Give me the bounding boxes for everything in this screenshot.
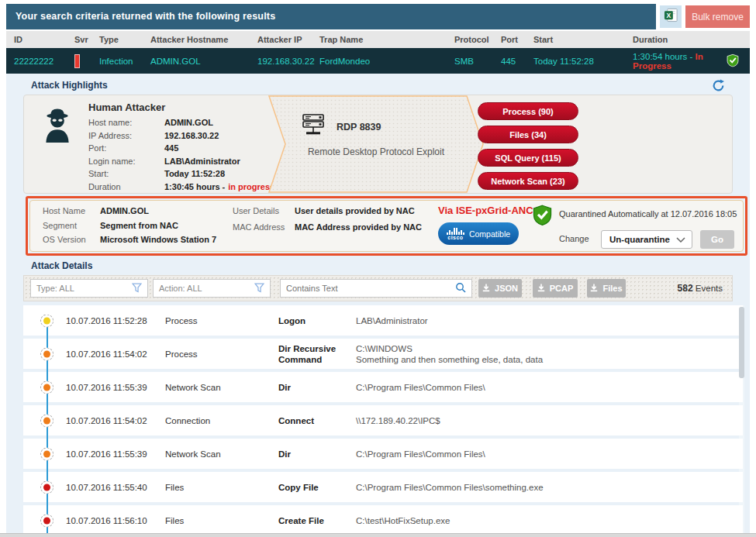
field-value: 445 [164,142,178,155]
results-header-title: Your search criteria returned with the f… [16,11,275,22]
column-header[interactable]: Svr [74,35,99,44]
filter-funnel-icon [132,283,142,294]
pcap-label: PCAP [550,284,574,293]
field-label: Host name: [88,116,164,129]
event-field: Dir C:\Program Files\Common Files\ [278,383,743,392]
event-field: Command Something and then something els… [278,355,743,364]
column-header[interactable]: Protocol [454,35,501,44]
refresh-icon[interactable] [712,79,725,92]
event-time: 10.07.2016 11:55:40 [66,483,165,492]
event-action: Copy File [278,483,356,492]
field-value: Today 11:52:28 [164,167,225,181]
download-json-button[interactable]: JSON [478,279,522,298]
events-scrollbar[interactable] [739,305,744,533]
field-label: User Details [233,206,295,215]
event-row[interactable]: 10.07.2016 11:56:10 Files Create File C:… [23,505,743,533]
nac-highlight-box: Host Name ADMIN.GOL Segment Segment from… [26,196,747,256]
cell-protocol: SMB [454,57,501,66]
cisco-compatible-badge: cisco Compatible [438,222,519,245]
download-pcap-button[interactable]: PCAP [533,279,578,298]
counter-pill[interactable]: Process (90) [478,102,578,120]
column-header[interactable]: Type [99,35,150,44]
event-value: C:\Program Files\Common Files\something.… [356,483,544,492]
column-header[interactable]: Attacker IP [257,35,319,44]
bulk-remove-button[interactable]: Bulk remove [685,5,750,28]
event-action: Create File [278,516,356,525]
timeline-dot [40,514,54,527]
duration-text: 1:30:54 hours - [633,52,696,61]
excel-export-button[interactable]: X [660,5,682,28]
events-count-number: 582 [678,283,693,294]
field-value: 192.168.30.22 [164,129,219,143]
event-time: 10.07.2016 11:56:10 [66,516,165,525]
event-row[interactable]: 10.07.2016 11:54:02 Process Dir Recursiv… [23,339,743,369]
download-files-button[interactable]: Files [587,279,626,298]
cell-severity [74,54,99,68]
event-value: C:\Program Files\Common Files\ [356,383,485,392]
result-row[interactable]: 22222222 Infection ADMIN.GOL 192.168.30.… [6,48,750,74]
counter-pill[interactable]: Files (34) [478,126,578,143]
counter-pill[interactable]: Network Scan (23) [478,172,578,190]
event-row[interactable]: 10.07.2016 11:55:39 Network Scan Dir C:\… [23,439,743,469]
event-field: Connect \\172.189.40.22\IPC$ [278,416,743,425]
event-row[interactable]: 10.07.2016 11:55:39 Network Scan Dir C:\… [23,372,743,402]
cisco-compatible-label: Compatible [469,229,510,239]
event-fields: Dir Recursive C:\WINDOWS Command Somethi… [278,344,743,364]
column-header[interactable]: ID [14,35,74,44]
field-value: ADMIN.GOL [164,116,213,129]
column-header[interactable]: Trap Name [319,35,454,44]
attacker-field: Port: 445 [88,142,274,155]
attack-highlights-title: Attack Highlights [31,80,108,91]
action-filter[interactable]: Action: ALL [153,279,271,298]
event-field: Dir C:\Program Files\Common Files\ [278,449,743,459]
nac-field: OS Version Microsoft Windows Station 7 [43,235,216,244]
search-input[interactable] [286,284,455,293]
event-row[interactable]: 10.07.2016 11:52:28 Process Logon LAB\Ad… [23,305,743,336]
event-time: 10.07.2016 11:55:39 [66,449,165,459]
counter-pill[interactable]: SQL Query (115) [478,149,578,167]
event-type: Network Scan [165,449,278,459]
event-action: Logon [278,316,356,325]
event-action: Dir [278,449,356,459]
results-table-header: IDSvrTypeAttacker HostnameAttacker IPTra… [6,31,750,48]
go-button[interactable]: Go [700,230,734,249]
event-type: Connection [165,416,278,425]
attacker-field: Duration 1:30:45 hours - in progress [88,181,274,194]
type-filter-value: Type: ALL [36,284,132,293]
attacker-field: Host name: ADMIN.GOL [88,116,274,129]
event-type: Files [165,483,278,492]
event-time: 10.07.2016 11:52:28 [66,316,165,325]
nac-user-fields: User Details User details provided by NA… [233,206,422,239]
exploit-band: RDP 8839 Remote Desktop Protocol Exploit [268,95,484,193]
attack-highlights-panel: Human Attacker Host name: ADMIN.GOL IP A… [23,95,733,194]
event-value: LAB\Administrator [356,316,428,325]
event-time: 10.07.2016 11:54:02 [66,416,165,425]
excel-icon: X [664,8,678,26]
nac-field: User Details User details provided by NA… [233,206,422,215]
column-header[interactable]: Port [501,35,533,44]
event-action: Dir Recursive [278,344,356,353]
exploit-band-shape [268,95,484,193]
quarantine-action-select[interactable]: Un-quarantine [601,230,692,249]
cell-start: Today 11:52:28 [533,57,633,66]
field-value: User details provided by NAC [295,206,415,215]
search-box[interactable] [280,279,472,298]
event-fields: Dir C:\Program Files\Common Files\ [278,449,743,459]
field-label: IP Address: [88,129,164,143]
event-action: Command [278,355,356,364]
column-header[interactable]: Start [533,35,633,44]
event-value: C:\WINDOWS [356,344,413,353]
event-action: Connect [278,416,356,425]
field-value: ADMIN.GOL [100,206,149,215]
event-fields: Dir C:\Program Files\Common Files\ [278,383,743,392]
event-value: C:\Program Files\Common Files\ [356,449,485,459]
attack-details-title: Attack Details [31,260,92,271]
column-header[interactable]: Duration [633,35,742,44]
column-header[interactable]: Attacker Hostname [150,35,257,44]
selected-action: Un-quarantine [609,235,676,244]
event-row[interactable]: 10.07.2016 11:55:40 Files Copy File C:\P… [23,472,743,502]
scrollbar-thumb[interactable] [739,307,744,378]
event-fields: Create File C:\test\HotFixSetup.exe [278,516,743,525]
type-filter[interactable]: Type: ALL [30,279,148,298]
event-row[interactable]: 10.07.2016 11:54:02 Connection Connect \… [23,405,743,435]
